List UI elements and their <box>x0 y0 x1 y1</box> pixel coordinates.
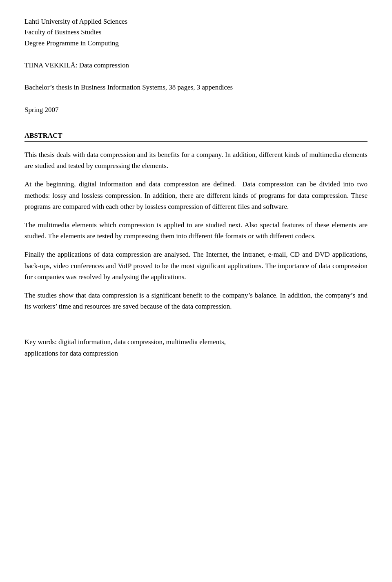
season-block: Spring 2007 <box>24 105 368 115</box>
keywords-line-1: Key words: digital information, data com… <box>24 336 368 347</box>
keywords-line-2: applications for data compression <box>24 348 368 359</box>
subtitle-line: Bachelor’s thesis in Business Informatio… <box>24 82 368 93</box>
institution-line-3: Degree Programme in Computing <box>24 38 368 49</box>
title-block: TIINA VEKKILÄ: Data compression <box>24 60 368 71</box>
institution-block: Lahti University of Applied Sciences Fac… <box>24 16 368 49</box>
page: Lahti University of Applied Sciences Fac… <box>0 0 392 582</box>
abstract-header: ABSTRACT <box>24 132 368 140</box>
institution-line-2: Faculty of Business Studies <box>24 27 368 38</box>
title-line: TIINA VEKKILÄ: Data compression <box>24 60 368 71</box>
subtitle-block: Bachelor’s thesis in Business Informatio… <box>24 82 368 93</box>
institution-line-1: Lahti University of Applied Sciences <box>24 16 368 27</box>
abstract-paragraph-4: Finally the applications of data compres… <box>24 249 368 282</box>
abstract-paragraph-3: The multimedia elements which compressio… <box>24 219 368 242</box>
abstract-paragraph-5: The studies show that data compression i… <box>24 290 368 312</box>
keywords-block: Key words: digital information, data com… <box>24 336 368 358</box>
divider <box>24 141 368 142</box>
abstract-section: ABSTRACT This thesis deals with data com… <box>24 132 368 312</box>
abstract-paragraph-1: This thesis deals with data compression … <box>24 149 368 171</box>
season-line: Spring 2007 <box>24 105 368 115</box>
abstract-paragraph-2: At the beginning, digital information an… <box>24 179 368 212</box>
